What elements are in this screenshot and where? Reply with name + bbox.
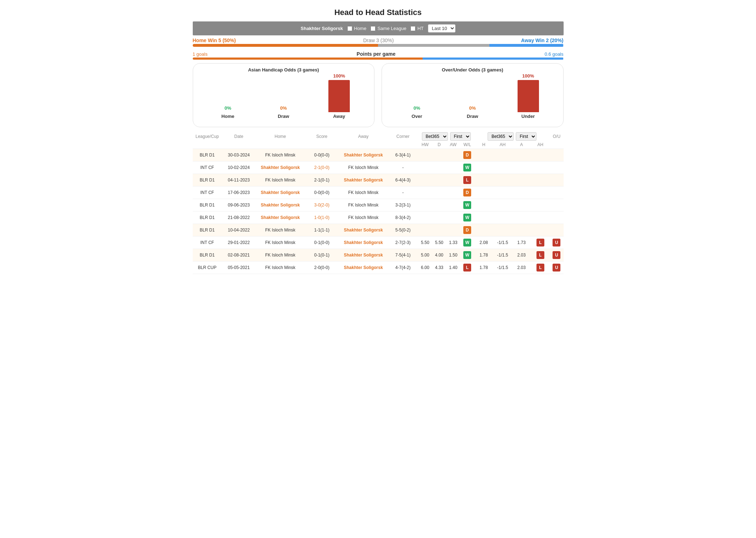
cell-wl: D xyxy=(460,149,474,161)
cell-ah1 xyxy=(493,161,512,174)
draw-label: Draw 3 (30%) xyxy=(236,38,521,43)
cell-home-team: FK Isloch Minsk xyxy=(265,240,296,245)
th-date: Date xyxy=(222,131,256,141)
cell-away-team[interactable]: Shakhter Soligorsk xyxy=(344,253,383,258)
odds-select-2[interactable]: First Last xyxy=(450,132,471,141)
th-corner: Corner xyxy=(388,131,418,141)
cell-date: 10-04-2022 xyxy=(222,224,256,236)
ou-under-bar xyxy=(518,80,539,112)
cell-ou xyxy=(550,174,563,186)
cell-away-team[interactable]: Shakhter Soligorsk xyxy=(344,178,383,183)
odds-section: Asian Handicap Odds (3 games) 0% Home 0%… xyxy=(193,63,564,127)
cell-ah1 xyxy=(493,211,512,224)
cell-corner: 6-3(4-1) xyxy=(388,149,418,161)
th-hw: HW xyxy=(418,141,432,149)
result-progress-bar xyxy=(193,44,564,47)
table-header-top: League/Cup Date Home Score Away Corner B… xyxy=(193,131,564,141)
cell-home-team: FK Isloch Minsk xyxy=(265,178,296,183)
draw-seg xyxy=(378,44,489,47)
odds-select-4[interactable]: First Last xyxy=(516,132,536,141)
home-filter[interactable]: Home xyxy=(347,26,367,31)
ht-filter[interactable]: HT xyxy=(410,26,423,31)
cell-away-team[interactable]: Shakhter Soligorsk xyxy=(344,153,383,158)
cell-away-team[interactable]: Shakhter Soligorsk xyxy=(344,240,383,245)
cell-a xyxy=(512,224,531,236)
cell-date: 10-02-2024 xyxy=(222,161,256,174)
cell-away-team[interactable]: Shakhter Soligorsk xyxy=(344,265,383,270)
cell-date: 09-06-2023 xyxy=(222,199,256,211)
cell-home: FK Isloch Minsk xyxy=(256,261,305,274)
cell-ah1: -1/1.5 xyxy=(493,236,512,249)
cell-away: FK Isloch Minsk xyxy=(339,161,388,174)
cell-wl: D xyxy=(460,186,474,199)
cell-score-val: 1-1(1-1) xyxy=(314,228,329,233)
cell-d: 5.50 xyxy=(432,236,446,249)
cell-wl-badge: W xyxy=(463,201,471,209)
cell-home: Shakhter Soligorsk xyxy=(256,211,305,224)
cell-ah2 xyxy=(531,186,550,199)
cell-ou xyxy=(550,149,563,161)
cell-home-team[interactable]: Shakhter Soligorsk xyxy=(261,215,300,220)
cell-hw xyxy=(418,199,432,211)
cell-corner: 5-5(0-2) xyxy=(388,224,418,236)
ht-checkbox[interactable] xyxy=(410,26,415,31)
table-header-bot: HW D AW W/L H AH A AH xyxy=(193,141,564,149)
cell-wl-badge: D xyxy=(463,226,471,234)
cell-ah1 xyxy=(493,224,512,236)
home-checkbox[interactable] xyxy=(347,26,352,31)
cell-hw xyxy=(418,161,432,174)
cell-home-team[interactable]: Shakhter Soligorsk xyxy=(261,190,300,195)
cell-hw xyxy=(418,174,432,186)
cell-away: Shakhter Soligorsk xyxy=(339,236,388,249)
cell-wl-badge: W xyxy=(463,251,471,259)
same-league-checkbox[interactable] xyxy=(371,26,376,31)
cell-corner: 2-7(2-3) xyxy=(388,236,418,249)
cell-away-team[interactable]: Shakhter Soligorsk xyxy=(344,228,383,233)
cell-away: Shakhter Soligorsk xyxy=(339,224,388,236)
cell-score-val: 0-0(0-0) xyxy=(314,153,329,158)
cell-home-team[interactable]: Shakhter Soligorsk xyxy=(261,165,300,170)
odds-select-1[interactable]: Bet365 Others xyxy=(422,132,448,141)
ou-draw-pct: 0% xyxy=(469,105,476,111)
cell-ou xyxy=(550,161,563,174)
cell-d xyxy=(432,224,446,236)
th-odds-group2: Bet365 Others First Last xyxy=(474,131,550,141)
cell-home-team[interactable]: Shakhter Soligorsk xyxy=(261,203,300,208)
cell-wl: L xyxy=(460,174,474,186)
cell-wl-badge: D xyxy=(463,189,471,196)
cell-away: FK Isloch Minsk xyxy=(339,186,388,199)
ou-chart-area: 0% Over 0% Draw 100% Under xyxy=(389,76,556,119)
table-row: INT CF29-01-2022FK Isloch Minsk0-1(0-0)S… xyxy=(193,236,564,249)
cell-d xyxy=(432,186,446,199)
cell-a xyxy=(512,161,531,174)
cell-a xyxy=(512,149,531,161)
cell-score-val: 0-0(0-0) xyxy=(314,190,329,195)
cell-h: 1.78 xyxy=(474,249,493,261)
asian-away-label: Away xyxy=(333,114,345,119)
cell-score-val: 1-0(1-0) xyxy=(314,215,329,220)
cell-d xyxy=(432,174,446,186)
odds-select-3[interactable]: Bet365 Others xyxy=(488,132,514,141)
away-seg xyxy=(489,44,564,47)
cell-home: FK Isloch Minsk xyxy=(256,174,305,186)
same-league-filter[interactable]: Same League xyxy=(371,26,406,31)
last-select[interactable]: Last 10 Last 5 Last 20 xyxy=(428,24,455,33)
th-away: Away xyxy=(339,131,388,141)
cell-h xyxy=(474,224,493,236)
home-pts-seg xyxy=(193,58,423,60)
cell-score: 2-1(0-0) xyxy=(305,161,339,174)
cell-league: BLR D1 xyxy=(193,174,222,186)
cell-league: BLR D1 xyxy=(193,211,222,224)
cell-score-val: 0-1(0-0) xyxy=(314,240,329,245)
cell-corner: 4-7(4-2) xyxy=(388,261,418,274)
cell-corner: - xyxy=(388,186,418,199)
ou-under-label: Under xyxy=(521,114,535,119)
cell-ou: U xyxy=(550,236,563,249)
cell-ou xyxy=(550,186,563,199)
cell-score: 0-0(0-0) xyxy=(305,149,339,161)
cell-away-team: FK Isloch Minsk xyxy=(348,215,379,220)
cell-hw: 6.00 xyxy=(418,261,432,274)
points-per-game-label: Points per game xyxy=(207,51,544,57)
cell-aw: 1.40 xyxy=(446,261,460,274)
cell-a: 2.03 xyxy=(512,249,531,261)
